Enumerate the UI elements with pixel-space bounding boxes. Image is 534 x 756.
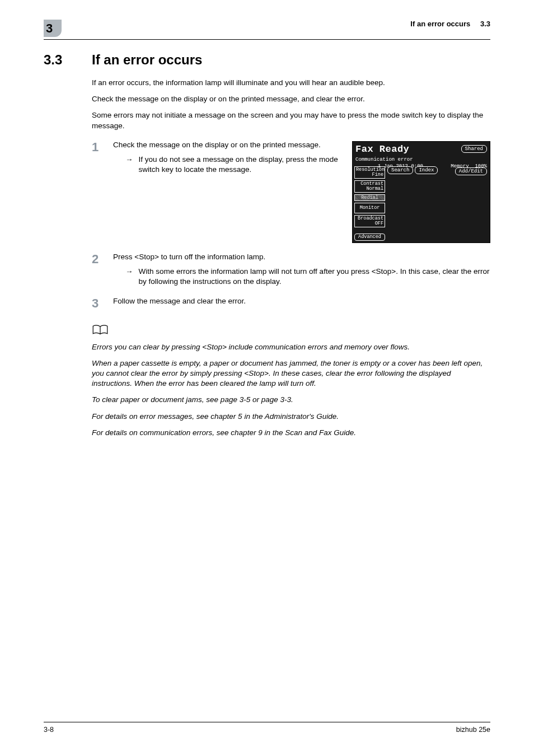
fax-redial: Redial: [354, 194, 385, 202]
fax-contrast: ContrastNormal: [354, 180, 385, 193]
fax-broadcast: BroadcastOFF: [354, 215, 385, 227]
intro-para-3: Some errors may not initiate a message o…: [92, 110, 490, 130]
note-1: Errors you can clear by pressing <Stop> …: [92, 342, 490, 352]
header-title: If an error occurs 3.3: [410, 20, 490, 28]
fax-shared-button: Shared: [461, 145, 487, 153]
fax-advanced: Advanced: [354, 234, 385, 241]
page-footer: 3-8 bizhub 25e: [44, 722, 490, 734]
step-1-text: Check the message on the display or on t…: [113, 140, 346, 150]
fax-search-button: Search: [387, 166, 413, 174]
fax-display-image: Fax Ready Communication error 1 Jan 2012…: [352, 141, 490, 243]
arrow-icon: →: [125, 155, 133, 175]
section-title: If an error occurs: [92, 52, 202, 68]
intro-para-1: If an error occurs, the information lamp…: [92, 78, 490, 88]
fax-status: Communication error: [355, 156, 413, 163]
step-1: 1 Check the message on the display or on…: [92, 140, 490, 243]
intro-para-2: Check the message on the display or on t…: [92, 94, 490, 104]
step-3: 3 Follow the message and clear the error…: [92, 296, 490, 311]
book-icon: [92, 323, 490, 339]
step-3-number: 3: [92, 296, 113, 311]
footer-rule: [44, 722, 490, 722]
step-3-text: Follow the message and clear the error.: [113, 296, 490, 306]
step-2: 2 Press <Stop> to turn off the informati…: [92, 252, 490, 287]
header-rule: [44, 39, 490, 40]
note-5: For details on communication errors, see…: [92, 428, 490, 438]
step-1-bullet: If you do not see a message on the displ…: [139, 155, 347, 175]
fax-addedit-button: Add/Edit: [455, 167, 487, 175]
section-number: 3.3: [44, 52, 92, 68]
note-4: For details on error messages, see chapt…: [92, 412, 490, 422]
step-2-text: Press <Stop> to turn off the information…: [113, 252, 490, 262]
step-2-bullet: With some errors the information lamp wi…: [139, 267, 491, 287]
header-title-text: If an error occurs: [410, 20, 470, 28]
fax-index-button: Index: [415, 166, 438, 174]
chapter-tab: 3: [44, 20, 62, 37]
product-name: bizhub 25e: [456, 726, 490, 734]
section-heading: 3.3 If an error occurs: [44, 52, 490, 68]
arrow-icon: →: [125, 267, 133, 287]
step-1-number: 1: [92, 140, 113, 155]
note-2: When a paper cassette is empty, a paper …: [92, 358, 490, 389]
page-number: 3-8: [44, 726, 54, 734]
note-3: To clear paper or document jams, see pag…: [92, 395, 490, 405]
step-2-number: 2: [92, 252, 113, 267]
fax-resolution: ResolutionFine: [354, 166, 385, 179]
fax-monitor: Monitor: [354, 203, 385, 213]
header-section-num: 3.3: [480, 20, 490, 28]
page-header: 3 If an error occurs 3.3: [44, 20, 490, 37]
